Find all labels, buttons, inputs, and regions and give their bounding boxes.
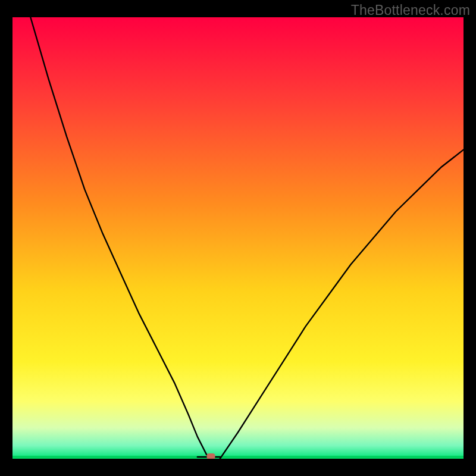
- optimal-marker: [207, 453, 215, 459]
- gradient-background: [12, 17, 464, 459]
- chart-frame: TheBottleneck.com: [0, 0, 476, 476]
- watermark-text: TheBottleneck.com: [351, 2, 470, 18]
- baseline-strip: [12, 456, 464, 459]
- bottleneck-plot: [12, 17, 464, 459]
- plot-svg: [12, 17, 464, 459]
